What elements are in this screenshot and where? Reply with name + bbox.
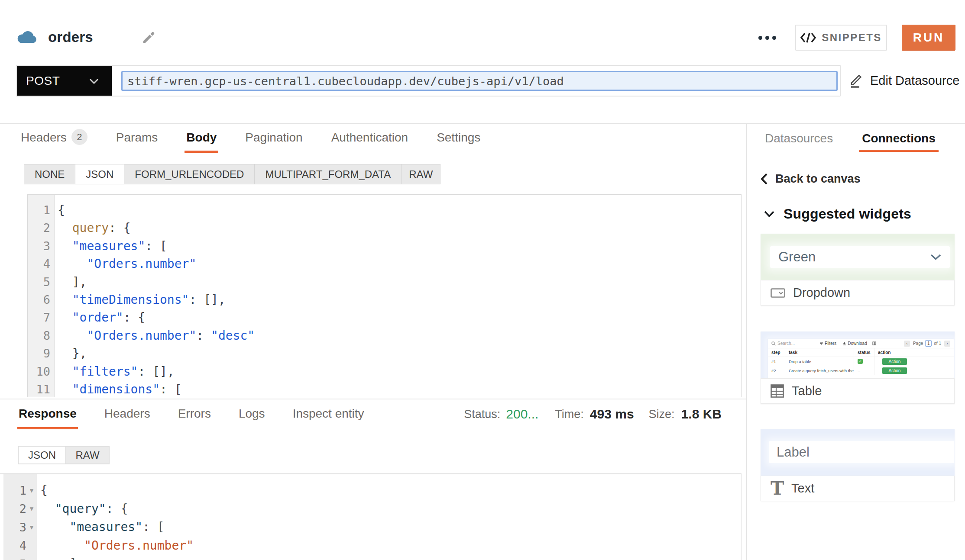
- url-input[interactable]: stiff-wren.gcp-us-central1.cubecloudapp.…: [121, 71, 838, 91]
- http-method-dropdown[interactable]: POST: [17, 66, 112, 96]
- response-line: "query": {: [40, 500, 741, 518]
- line-number: 5: [3, 555, 37, 560]
- request-url-row: POST stiff-wren.gcp-us-central1.cubeclou…: [16, 65, 841, 97]
- line-number[interactable]: 1▾: [3, 481, 37, 500]
- code-line: },: [58, 344, 741, 362]
- back-to-canvas-link[interactable]: Back to canvas: [761, 172, 861, 185]
- edit-datasource-label: Edit Datasource: [870, 74, 959, 88]
- tab-errors[interactable]: Errors: [178, 405, 211, 429]
- body-type-json[interactable]: JSON: [75, 164, 124, 184]
- preview-table: Search...FiltersDownload‹Page1of 1›stept…: [768, 339, 954, 378]
- download-icon: Download: [842, 341, 867, 346]
- line-number: 4: [28, 255, 54, 273]
- status-label: Status:: [464, 408, 500, 421]
- body-code-editor[interactable]: 1234567891011 { query: { "measures": [ "…: [27, 194, 742, 397]
- line-number[interactable]: 3▾: [3, 518, 37, 537]
- status-value: 200...: [506, 407, 538, 422]
- line-number: 8: [28, 327, 54, 344]
- line-number: 6: [28, 291, 54, 309]
- code-line: "dimensions": [: [58, 380, 741, 397]
- filters-icon: Filters: [819, 341, 836, 346]
- format-json[interactable]: JSON: [18, 446, 66, 464]
- preview-label-box: Label: [769, 441, 954, 463]
- preview-table-row: #2Create a query fetch_users with the M.…: [768, 366, 954, 375]
- request-tabs: Headers 2 Params Body Pagination Authent…: [21, 128, 480, 153]
- tab-datasources[interactable]: Datasources: [765, 125, 833, 152]
- time-label: Time:: [555, 408, 584, 421]
- tab-body[interactable]: Body: [186, 128, 217, 153]
- time-value: 493 ms: [590, 407, 634, 422]
- code-line: "filters": [],: [58, 363, 741, 380]
- response-line: "measures": [: [40, 518, 741, 537]
- snippets-label: SNIPPETS: [822, 32, 882, 44]
- api-editor-page: orders SNIPPETS RUN POST stiff-: [0, 0, 965, 560]
- response-format-toggle: JSON RAW: [18, 446, 110, 464]
- response-meta: Status: 200... Time: 493 ms Size: 1.8 KB: [464, 405, 722, 424]
- run-label: RUN: [913, 31, 945, 45]
- tab-response[interactable]: Response: [19, 405, 77, 429]
- code-line: "timeDimensions": [],: [58, 291, 741, 309]
- text-widget-icon: T: [771, 481, 784, 496]
- widget-card-dropdown[interactable]: Green Dropdown: [761, 234, 955, 306]
- chevron-down-icon: [930, 254, 941, 260]
- edit-title-icon[interactable]: [142, 31, 155, 44]
- line-number[interactable]: 2▾: [3, 500, 37, 518]
- tab-response-headers[interactable]: Headers: [104, 405, 150, 429]
- code-line: ],: [58, 273, 741, 291]
- widget-card-table[interactable]: Search...FiltersDownload‹Page1of 1›stept…: [761, 331, 955, 404]
- page-title: orders: [48, 29, 93, 45]
- code-line: "Orders.number": "desc": [58, 327, 741, 344]
- format-raw[interactable]: RAW: [65, 446, 110, 464]
- table-widget-preview: Search...FiltersDownload‹Page1of 1›stept…: [761, 331, 955, 378]
- code-line: "order": {: [58, 309, 741, 326]
- dropdown-widget-icon: [771, 288, 785, 298]
- tab-pagination[interactable]: Pagination: [245, 128, 302, 153]
- edit-datasource-button[interactable]: Edit Datasource: [850, 65, 959, 97]
- response-viewer[interactable]: 1▾2▾3▾45 { "query": { "measures": [ "Ord…: [0, 473, 742, 560]
- response-line: ],: [40, 555, 741, 560]
- tab-params[interactable]: Params: [116, 128, 158, 153]
- url-value: stiff-wren.gcp-us-central1.cubecloudapp.…: [123, 74, 564, 88]
- tab-logs[interactable]: Logs: [239, 405, 265, 429]
- chevron-down-icon: [764, 211, 774, 217]
- search-icon: Search...: [771, 341, 795, 346]
- code-line: "measures": [: [58, 237, 741, 255]
- body-type-selector: NONE JSON FORM_URLENCODED MULTIPART_FORM…: [24, 164, 440, 184]
- body-type-none[interactable]: NONE: [24, 164, 75, 184]
- dropdown-card-footer: Dropdown: [761, 280, 955, 306]
- text-widget-preview: Label: [761, 429, 955, 476]
- columns-icon: [872, 341, 878, 345]
- chevron-left-icon: [761, 173, 768, 185]
- body-type-raw[interactable]: RAW: [401, 164, 440, 184]
- snippets-button[interactable]: SNIPPETS: [795, 25, 887, 51]
- right-sidebar: Datasources Connections Back to canvas S…: [746, 124, 965, 560]
- tab-authentication[interactable]: Authentication: [331, 128, 408, 153]
- tab-headers[interactable]: Headers 2: [21, 128, 87, 153]
- line-number: 10: [28, 363, 54, 380]
- run-button[interactable]: RUN: [902, 25, 955, 51]
- body-type-form-urlencoded[interactable]: FORM_URLENCODED: [124, 164, 255, 184]
- code-line: {: [58, 201, 741, 219]
- table-widget-icon: [771, 384, 784, 398]
- line-number: 1: [28, 201, 54, 219]
- editor-code[interactable]: { query: { "measures": [ "Orders.number"…: [55, 195, 741, 397]
- tab-inspect-entity[interactable]: Inspect entity: [293, 405, 364, 429]
- line-number: 4: [3, 537, 37, 555]
- code-icon: [800, 32, 816, 43]
- line-number: 11: [28, 380, 54, 397]
- size-value: 1.8 KB: [681, 407, 722, 422]
- response-tabs: Response Headers Errors Logs Inspect ent…: [19, 405, 364, 429]
- line-number: 7: [28, 309, 54, 326]
- more-menu-button[interactable]: [758, 36, 776, 40]
- dropdown-widget-preview: Green: [761, 234, 955, 280]
- suggested-widgets-header[interactable]: Suggested widgets: [764, 206, 911, 222]
- response-divider: [0, 399, 746, 399]
- tab-connections[interactable]: Connections: [862, 125, 936, 152]
- widget-label: Text: [791, 481, 814, 496]
- preview-pagination: ‹Page1of 1›: [904, 340, 950, 347]
- tab-settings[interactable]: Settings: [437, 128, 480, 153]
- widget-card-text[interactable]: Label T Text: [761, 429, 955, 501]
- response-code: { "query": { "measures": [ "Orders.numbe…: [37, 474, 741, 560]
- line-number: 3: [28, 237, 54, 255]
- body-type-multipart[interactable]: MULTIPART_FORM_DATA: [254, 164, 402, 184]
